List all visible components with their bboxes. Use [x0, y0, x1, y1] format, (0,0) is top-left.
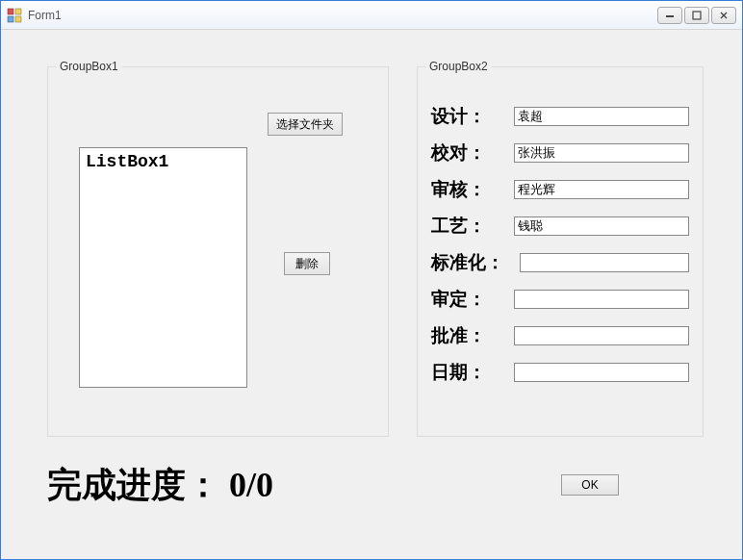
maximize-button[interactable]	[684, 7, 709, 24]
svg-rect-5	[693, 12, 701, 19]
groupbox-1: GroupBox1 选择文件夹 ListBox1 删除	[47, 66, 389, 437]
label-review: 审核：	[431, 177, 514, 202]
label-design: 设计：	[431, 104, 514, 129]
row-standardize: 标准化：	[431, 250, 689, 275]
input-process[interactable]	[514, 216, 689, 236]
listbox-1[interactable]: ListBox1	[79, 147, 247, 388]
window-title: Form1	[28, 9, 657, 22]
groupbox-2-title: GroupBox2	[425, 60, 492, 73]
row-approve1: 审定：	[431, 287, 689, 312]
label-approve2: 批准：	[431, 323, 514, 348]
label-standardize: 标准化：	[431, 250, 520, 275]
select-folder-button[interactable]: 选择文件夹	[268, 113, 343, 136]
label-date: 日期：	[431, 360, 514, 385]
row-process: 工艺：	[431, 214, 689, 239]
label-proofread: 校对：	[431, 140, 514, 165]
svg-rect-0	[8, 9, 13, 14]
row-date: 日期：	[431, 360, 689, 385]
input-standardize[interactable]	[520, 253, 689, 272]
svg-rect-1	[15, 9, 21, 14]
client-area: GroupBox1 选择文件夹 ListBox1 删除 GroupBox2 设计…	[1, 30, 742, 559]
close-button[interactable]	[711, 7, 736, 24]
row-design: 设计：	[431, 104, 689, 129]
form-window: Form1 GroupBox1 选择文件夹 ListBox1 删除 GroupB…	[0, 0, 743, 560]
titlebar: Form1	[1, 1, 742, 30]
label-approve1: 审定：	[431, 287, 514, 312]
minimize-button[interactable]	[657, 7, 682, 24]
input-date[interactable]	[514, 363, 689, 382]
row-review: 审核：	[431, 177, 689, 202]
row-proofread: 校对：	[431, 140, 689, 165]
row-approve2: 批准：	[431, 323, 689, 348]
input-approve2[interactable]	[514, 326, 689, 345]
input-approve1[interactable]	[514, 290, 689, 309]
input-design[interactable]	[514, 107, 689, 126]
app-icon	[7, 8, 22, 23]
window-controls	[657, 7, 736, 24]
svg-rect-4	[666, 15, 674, 17]
ok-button[interactable]: OK	[561, 474, 619, 496]
input-review[interactable]	[514, 180, 689, 199]
input-proofread[interactable]	[514, 143, 689, 163]
groupbox-1-title: GroupBox1	[56, 60, 122, 73]
progress-label: 完成进度： 0/0	[47, 462, 273, 509]
label-process: 工艺：	[431, 214, 514, 239]
svg-rect-2	[8, 16, 13, 22]
groupbox-2: GroupBox2 设计： 校对： 审核： 工艺： 标准化：	[417, 66, 704, 437]
svg-rect-3	[15, 16, 21, 22]
delete-button[interactable]: 删除	[284, 252, 330, 275]
